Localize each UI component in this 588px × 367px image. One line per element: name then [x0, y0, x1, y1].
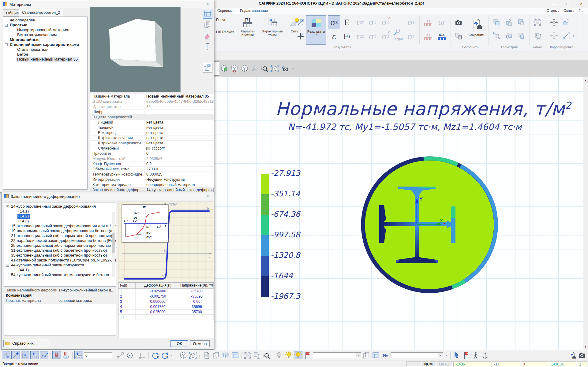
- save-database-button[interactable]: ▾: [452, 30, 465, 42]
- law-tree-item-3[interactable]: (14.3): [4, 219, 116, 224]
- table-row[interactable]: 2-0.001750-35696: [118, 294, 214, 299]
- snapshot-camera-button[interactable]: [452, 17, 465, 29]
- view-perspective-button[interactable]: [249, 62, 260, 75]
- box-crossing-button[interactable]: [189, 351, 197, 359]
- materials-tree-item-7[interactable]: Бетон: [3, 52, 87, 57]
- menu-item-0[interactable]: Сервисы: [214, 8, 236, 14]
- table-row[interactable]: 1-0.025000-35700: [118, 289, 214, 294]
- move-button[interactable]: [548, 16, 560, 29]
- scrollbar-thumb[interactable]: [112, 233, 115, 253]
- close-button[interactable]: ×: [575, 0, 588, 8]
- magnet-screen-button[interactable]: [52, 351, 61, 359]
- property-row-Категория материала[interactable]: Категория материаланеопределенный матери…: [90, 182, 214, 187]
- tree-expander-icon[interactable]: -: [5, 43, 8, 46]
- materials-tree-item-5[interactable]: -С нелинейными характеристиками: [3, 42, 87, 47]
- menu-item-right-1[interactable]: Окно ▾: [561, 8, 576, 14]
- snap-point-button[interactable]: [30, 351, 39, 359]
- rotate-y-button[interactable]: Y: [160, 351, 169, 359]
- device-button[interactable]: [203, 42, 212, 52]
- snapshot-button[interactable]: [578, 351, 586, 359]
- law-field-row-2[interactable]: Признак материалаосновной материал: [4, 298, 116, 303]
- cursor-select-button[interactable]: [452, 351, 461, 359]
- law-tree-item-11[interactable]: 41-степенной закон ползучести (EuroCode …: [4, 258, 116, 263]
- sigma-1-button[interactable]: σ1: [366, 15, 379, 29]
- maximize-button[interactable]: □: [561, 0, 575, 8]
- law-tree-scrollbar[interactable]: [112, 212, 115, 277]
- document-table-icon[interactable]: [231, 351, 239, 359]
- export-page-button[interactable]: [568, 351, 577, 359]
- materials-property-grid[interactable]: Название материалаНовый нелинейный матер…: [90, 94, 214, 192]
- rotate-more-button[interactable]: ▾: [170, 351, 174, 359]
- elevation-input[interactable]: [84, 352, 112, 358]
- layer-combobox[interactable]: ▾: [391, 352, 443, 358]
- zoom-window-button[interactable]: [260, 62, 270, 75]
- property-row-Объёмный вес, кг/м³[interactable]: Объёмный вес, кг/м³2700.0: [90, 167, 214, 172]
- geometry-scale-button[interactable]: [490, 29, 503, 42]
- tau-xz-button[interactable]: τxz: [354, 29, 366, 43]
- axes-rotate-button[interactable]: [294, 30, 307, 43]
- snap-grid-button[interactable]: [2, 351, 10, 359]
- geometry-rotate-copy-button[interactable]: [503, 16, 515, 29]
- materials-tree-item-6[interactable]: Сталь прокатная: [3, 47, 87, 52]
- view-front-face-button[interactable]: [219, 62, 229, 75]
- property-row-Тыльной[interactable]: Тыльнойнет цвета: [90, 125, 214, 130]
- law-points-table[interactable]: №(i)Деформация(εi)Напряжение(σi), т/м1-0…: [118, 282, 214, 338]
- menu-item-right-0[interactable]: Стиль ▾: [544, 8, 561, 14]
- fragment-icon[interactable]: [243, 351, 252, 359]
- law-tree-item-4[interactable]: 15-экспоненциальный закон деформирования…: [4, 224, 116, 228]
- property-row-Закон нелинейного дефор...[interactable]: Закон нелинейного дефор...14-кусочно-лин…: [90, 187, 214, 192]
- law-tree-item-14[interactable]: 54-кусочно-линейный закон термоползучест…: [4, 272, 116, 277]
- law-tree-item-13[interactable]: (44.1): [4, 268, 116, 272]
- filter-combobox[interactable]: ▾: [313, 352, 361, 358]
- work-plane-button[interactable]: [74, 351, 83, 359]
- minimize-button[interactable]: —: [548, 0, 561, 8]
- law-tree[interactable]: -14-кусочно-линейный закон деформировани…: [4, 202, 116, 287]
- table-row[interactable]: 50.02500035700: [118, 310, 214, 315]
- sigma-3-direction-button[interactable]: σ3↗: [379, 29, 391, 43]
- annotation-button[interactable]: [303, 351, 312, 359]
- visibility-icon[interactable]: [262, 351, 271, 359]
- rotate-x-button[interactable]: X: [151, 351, 159, 359]
- materials-tree[interactable]: не определён-ПростыеИмпортированный мате…: [3, 17, 88, 190]
- modulus-E-button[interactable]: E: [341, 15, 353, 29]
- tree-expander-icon[interactable]: -: [6, 205, 9, 208]
- property-row-Температурный коэффицие...[interactable]: Температурный коэффицие...0.000015: [90, 172, 214, 177]
- law-tree-item-0[interactable]: -14-кусочно-линейный закон деформировани…: [4, 204, 116, 209]
- view-isometric-button[interactable]: [239, 62, 249, 75]
- comment-box[interactable]: [4, 304, 116, 336]
- dropdown-button[interactable]: ▾: [209, 188, 214, 192]
- property-row-Бок,торец[interactable]: Бок,торецнет цвета: [90, 130, 214, 135]
- results-button[interactable]: Результаты ▾: [306, 15, 326, 45]
- scroll-down-arrow[interactable]: ▼: [583, 344, 588, 349]
- save-export-button[interactable]: Сохранить: [466, 15, 487, 44]
- scroll-up-arrow[interactable]: ▲: [583, 78, 588, 83]
- property-row-Модуль Юнга, т/м²[interactable]: Модуль Юнга, т/м²2.0398e7: [90, 156, 214, 161]
- law-tree-item-8[interactable]: 25-экспоненциальный( жб с нормативной пр…: [4, 243, 116, 248]
- property-row-Штриховка сечения[interactable]: Штриховка сечениянет цвета: [90, 135, 214, 141]
- toolbar-overflow-button[interactable]: ▾: [290, 62, 296, 75]
- property-row-Шифр[interactable]: Шифр: [90, 109, 214, 115]
- materials-tree-item-2[interactable]: Импортированный материал: [3, 28, 87, 32]
- property-row-Интерпретация[interactable]: ИнтерпретацияНесущий конструктив: [90, 177, 214, 182]
- axes-display-button[interactable]: [481, 351, 489, 359]
- view-partial-button[interactable]: [214, 61, 219, 76]
- sigma-c-button[interactable]: σc: [405, 29, 417, 43]
- property-row-Идентификатор[interactable]: Идентификатор35: [90, 104, 214, 109]
- ribbon-tab-calc[interactable]: Расчет: [216, 18, 228, 22]
- snap-line-button[interactable]: [11, 351, 20, 359]
- property-row-Штриховка поверхности[interactable]: Штриховка поверхностинет цвета: [90, 141, 214, 146]
- characteristic-points-button[interactable]: Характерные точки: [260, 15, 285, 37]
- zoom-fit-button[interactable]: [270, 62, 280, 75]
- sigma-x-button[interactable]: σx: [328, 15, 340, 29]
- lamp-on-button[interactable]: [284, 351, 293, 359]
- layers-icon[interactable]: [221, 351, 230, 359]
- magnet-3d-button[interactable]: [62, 351, 70, 359]
- box-select-button[interactable]: [179, 351, 188, 359]
- axes-toggle-button[interactable]: [203, 63, 212, 72]
- ortho-mode-button[interactable]: [138, 351, 147, 359]
- materials-close-button[interactable]: ×: [202, 1, 213, 8]
- copy-document-icon[interactable]: [212, 351, 220, 359]
- property-row-Коэф. Пуассона[interactable]: Коэф. Пуассона0.2: [90, 161, 214, 167]
- property-row-Цвета поверхностей[interactable]: -Цвета поверхностей: [90, 115, 214, 120]
- eraser-button[interactable]: [203, 31, 212, 41]
